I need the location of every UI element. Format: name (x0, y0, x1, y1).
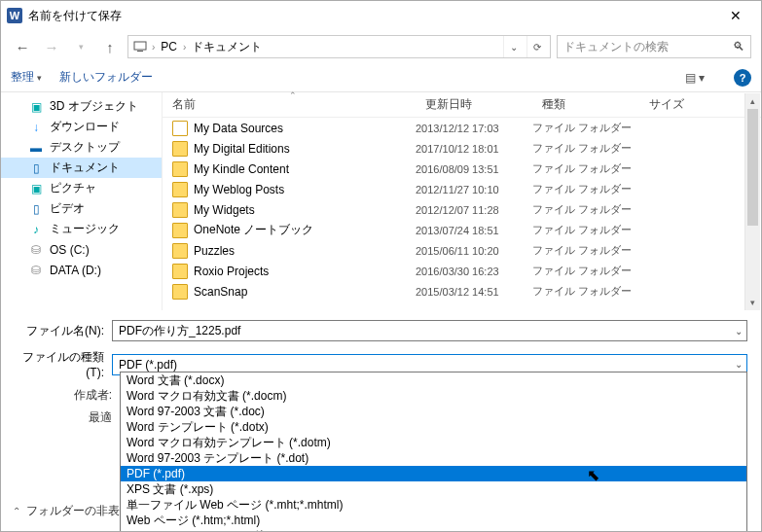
folder-icon (172, 202, 188, 218)
svg-rect-0 (134, 42, 146, 50)
filename-label: ファイル名(N): (15, 323, 112, 339)
file-list: My Data Sources2013/12/12 17:03ファイル フォルダ… (163, 118, 761, 310)
file-name: OneNote ノートブック (194, 222, 416, 238)
nav-recent-dropdown[interactable]: ▾ (69, 35, 92, 58)
scroll-down-icon[interactable]: ▾ (745, 295, 760, 310)
chevron-down-icon[interactable]: ⌄ (735, 326, 743, 337)
file-date: 2016/03/30 16:23 (416, 266, 532, 277)
filetype-option[interactable]: Web ページ (*.htm;*.html) (121, 513, 746, 528)
column-size[interactable]: サイズ (639, 96, 761, 113)
file-row[interactable]: My Weblog Posts2012/11/27 10:10ファイル フォルダ… (163, 179, 761, 199)
folder-icon (172, 141, 188, 157)
filename-input[interactable]: PDFの作り方_1225.pdf ⌄ (112, 320, 747, 341)
folder-icon (172, 243, 188, 259)
column-name[interactable]: 名前 (163, 96, 416, 113)
vid-icon: ▯ (28, 201, 44, 217)
sidebar-item[interactable]: ⛁OS (C:) (1, 239, 162, 260)
file-type: ファイル フォルダー (532, 141, 639, 156)
sidebar-item[interactable]: ⛁DATA (D:) (1, 260, 162, 280)
filetype-option[interactable]: Word 97-2003 文書 (*.doc) (121, 404, 746, 419)
scroll-up-icon[interactable]: ▴ (745, 93, 760, 109)
filetype-option[interactable]: Word マクロ有効文書 (*.docm) (121, 388, 746, 404)
file-type: ファイル フォルダー (532, 202, 639, 217)
file-type: ファイル フォルダー (532, 121, 639, 135)
chevron-up-icon[interactable]: ⌃ (13, 506, 20, 516)
folder-icon (172, 223, 188, 238)
filetype-option[interactable]: Word 97-2003 テンプレート (*.dot) (121, 450, 746, 466)
vertical-scrollbar[interactable]: ▴ ▾ (744, 93, 760, 310)
new-folder-button[interactable]: 新しいフォルダー (59, 69, 153, 86)
dl-icon: ↓ (28, 120, 44, 135)
file-date: 2017/10/12 18:01 (416, 143, 532, 155)
file-row[interactable]: Puzzles2015/06/11 10:20ファイル フォルダー (163, 240, 761, 261)
address-dropdown[interactable]: ⌄ (503, 36, 523, 57)
drv-icon: ⛁ (28, 263, 44, 278)
filetype-option[interactable]: Word マクロ有効テンプレート (*.dotm) (121, 435, 746, 450)
sidebar-item[interactable]: ▣ピクチャ (1, 178, 162, 198)
breadcrumb-pc[interactable]: PC (159, 40, 179, 53)
file-type: ファイル フォルダー (532, 264, 639, 278)
file-type: ファイル フォルダー (532, 243, 639, 258)
help-button[interactable]: ? (734, 69, 751, 87)
refresh-button[interactable]: ⟳ (526, 36, 546, 57)
folder-icon (172, 121, 188, 136)
file-row[interactable]: Roxio Projects2016/03/30 16:23ファイル フォルダー (163, 261, 761, 281)
sidebar-item[interactable]: ▬デスクトップ (1, 137, 162, 158)
sidebar-item-label: デスクトップ (50, 139, 120, 156)
view-options-button[interactable]: ▤ ▾ (685, 71, 705, 85)
file-name: Puzzles (194, 244, 416, 258)
sidebar-item-label: ドキュメント (50, 160, 120, 176)
sidebar-item-label: DATA (D:) (50, 264, 101, 277)
file-date: 2016/08/09 13:51 (416, 163, 532, 175)
desk-icon: ▬ (28, 140, 44, 156)
file-row[interactable]: My Digital Editions2017/10/12 18:01ファイル … (163, 138, 761, 159)
chevron-down-icon[interactable]: ⌄ (735, 359, 743, 370)
sidebar-item[interactable]: ↓ダウンロード (1, 117, 162, 137)
nav-back-button[interactable]: ← (11, 35, 34, 58)
filetype-option[interactable]: Word 文書 (*.docx) (121, 372, 746, 388)
file-type: ファイル フォルダー (532, 161, 639, 176)
file-name: My Digital Editions (194, 142, 416, 156)
file-row[interactable]: ScanSnap2015/03/12 14:51ファイル フォルダー (163, 281, 761, 301)
file-date: 2012/11/27 10:10 (416, 184, 532, 195)
scroll-thumb[interactable] (747, 109, 758, 226)
sidebar-item-label: ピクチャ (50, 180, 96, 196)
nav-forward-button[interactable]: → (40, 35, 63, 58)
file-row[interactable]: My Data Sources2013/12/12 17:03ファイル フォルダ… (163, 118, 761, 138)
close-button[interactable]: ✕ (716, 1, 755, 30)
hide-folders-button[interactable]: フォルダーの非表示 (26, 503, 131, 519)
address-bar[interactable]: › PC › ドキュメント ⌄ ⟳ (127, 35, 551, 58)
filetype-option[interactable]: Word テンプレート (*.dotx) (121, 419, 746, 435)
search-input[interactable]: ドキュメントの検索 🔍︎ (557, 35, 751, 58)
column-date[interactable]: 更新日時 (416, 96, 532, 113)
organize-button[interactable]: 整理 (11, 69, 42, 86)
file-row[interactable]: OneNote ノートブック2013/07/24 18:51ファイル フォルダー (163, 220, 761, 240)
nav-up-button[interactable]: ↑ (98, 35, 122, 58)
sidebar-item[interactable]: ▣3D オブジェクト (1, 96, 162, 117)
sidebar-item[interactable]: ▯ビデオ (1, 198, 162, 219)
sidebar-item[interactable]: ♪ミュージック (1, 219, 162, 239)
file-type: ファイル フォルダー (532, 223, 639, 237)
file-row[interactable]: My Widgets2012/12/07 11:28ファイル フォルダー (163, 199, 761, 220)
file-row[interactable]: My Kindle Content2016/08/09 13:51ファイル フォ… (163, 159, 761, 179)
column-type[interactable]: 種類 (532, 96, 639, 113)
svg-rect-1 (137, 51, 143, 52)
file-date: 2015/03/12 14:51 (416, 286, 532, 298)
pic-icon: ▣ (28, 181, 44, 196)
sidebar-item-label: OS (C:) (50, 243, 90, 257)
filetype-option[interactable]: XPS 文書 (*.xps) (121, 481, 746, 497)
filetype-option[interactable]: 単一ファイル Web ページ (*.mht;*.mhtml) (121, 497, 746, 513)
chevron-right-icon: › (183, 42, 186, 53)
file-name: ScanSnap (194, 285, 416, 299)
file-name: My Weblog Posts (194, 183, 416, 196)
filetype-option[interactable]: Web ページ (フィルター後) (*.htm;*.html) (121, 528, 746, 532)
filetype-option[interactable]: PDF (*.pdf) (121, 466, 746, 481)
sidebar-item-label: ビデオ (50, 200, 85, 217)
file-date: 2012/12/07 11:28 (416, 204, 532, 216)
breadcrumb-documents[interactable]: ドキュメント (190, 39, 264, 55)
sidebar-item[interactable]: ▯ドキュメント (1, 158, 162, 178)
file-date: 2013/12/12 17:03 (416, 123, 532, 134)
drv-icon: ⛁ (28, 242, 44, 258)
file-name: Roxio Projects (194, 265, 416, 278)
doc-icon: ▯ (28, 160, 44, 176)
